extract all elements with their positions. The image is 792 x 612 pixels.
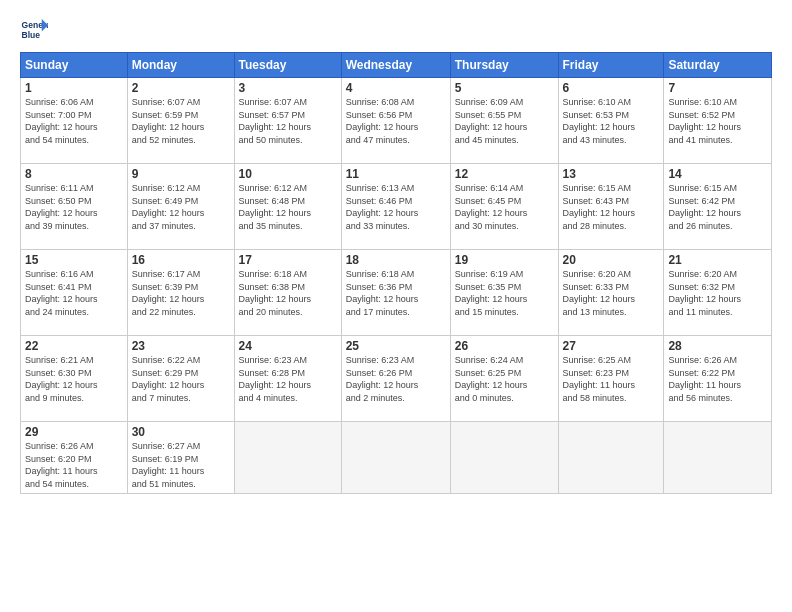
calendar-cell: 17Sunrise: 6:18 AM Sunset: 6:38 PM Dayli… bbox=[234, 250, 341, 336]
day-number: 8 bbox=[25, 167, 123, 181]
day-number: 11 bbox=[346, 167, 446, 181]
col-header-tuesday: Tuesday bbox=[234, 53, 341, 78]
day-info: Sunrise: 6:22 AM Sunset: 6:29 PM Dayligh… bbox=[132, 354, 230, 404]
day-number: 1 bbox=[25, 81, 123, 95]
calendar-cell: 26Sunrise: 6:24 AM Sunset: 6:25 PM Dayli… bbox=[450, 336, 558, 422]
day-number: 21 bbox=[668, 253, 767, 267]
day-info: Sunrise: 6:16 AM Sunset: 6:41 PM Dayligh… bbox=[25, 268, 123, 318]
day-number: 15 bbox=[25, 253, 123, 267]
calendar-cell: 1Sunrise: 6:06 AM Sunset: 7:00 PM Daylig… bbox=[21, 78, 128, 164]
col-header-monday: Monday bbox=[127, 53, 234, 78]
calendar-cell: 10Sunrise: 6:12 AM Sunset: 6:48 PM Dayli… bbox=[234, 164, 341, 250]
calendar-cell: 11Sunrise: 6:13 AM Sunset: 6:46 PM Dayli… bbox=[341, 164, 450, 250]
calendar-cell: 8Sunrise: 6:11 AM Sunset: 6:50 PM Daylig… bbox=[21, 164, 128, 250]
day-info: Sunrise: 6:11 AM Sunset: 6:50 PM Dayligh… bbox=[25, 182, 123, 232]
day-info: Sunrise: 6:18 AM Sunset: 6:38 PM Dayligh… bbox=[239, 268, 337, 318]
day-info: Sunrise: 6:24 AM Sunset: 6:25 PM Dayligh… bbox=[455, 354, 554, 404]
day-number: 18 bbox=[346, 253, 446, 267]
day-info: Sunrise: 6:15 AM Sunset: 6:42 PM Dayligh… bbox=[668, 182, 767, 232]
day-number: 23 bbox=[132, 339, 230, 353]
day-info: Sunrise: 6:26 AM Sunset: 6:20 PM Dayligh… bbox=[25, 440, 123, 490]
day-number: 26 bbox=[455, 339, 554, 353]
col-header-thursday: Thursday bbox=[450, 53, 558, 78]
day-number: 29 bbox=[25, 425, 123, 439]
calendar-cell: 4Sunrise: 6:08 AM Sunset: 6:56 PM Daylig… bbox=[341, 78, 450, 164]
calendar-cell: 9Sunrise: 6:12 AM Sunset: 6:49 PM Daylig… bbox=[127, 164, 234, 250]
calendar-cell bbox=[234, 422, 341, 494]
calendar: SundayMondayTuesdayWednesdayThursdayFrid… bbox=[20, 52, 772, 494]
header: General Blue bbox=[20, 16, 772, 44]
day-info: Sunrise: 6:23 AM Sunset: 6:26 PM Dayligh… bbox=[346, 354, 446, 404]
logo-icon: General Blue bbox=[20, 16, 48, 44]
day-number: 22 bbox=[25, 339, 123, 353]
calendar-cell: 28Sunrise: 6:26 AM Sunset: 6:22 PM Dayli… bbox=[664, 336, 772, 422]
day-number: 24 bbox=[239, 339, 337, 353]
page: General Blue SundayMondayTuesdayWednesda… bbox=[0, 0, 792, 612]
calendar-header-row: SundayMondayTuesdayWednesdayThursdayFrid… bbox=[21, 53, 772, 78]
calendar-cell: 23Sunrise: 6:22 AM Sunset: 6:29 PM Dayli… bbox=[127, 336, 234, 422]
day-number: 9 bbox=[132, 167, 230, 181]
calendar-cell: 2Sunrise: 6:07 AM Sunset: 6:59 PM Daylig… bbox=[127, 78, 234, 164]
day-number: 6 bbox=[563, 81, 660, 95]
calendar-cell: 3Sunrise: 6:07 AM Sunset: 6:57 PM Daylig… bbox=[234, 78, 341, 164]
day-info: Sunrise: 6:12 AM Sunset: 6:48 PM Dayligh… bbox=[239, 182, 337, 232]
day-number: 20 bbox=[563, 253, 660, 267]
calendar-week-1: 8Sunrise: 6:11 AM Sunset: 6:50 PM Daylig… bbox=[21, 164, 772, 250]
day-number: 13 bbox=[563, 167, 660, 181]
calendar-cell: 12Sunrise: 6:14 AM Sunset: 6:45 PM Dayli… bbox=[450, 164, 558, 250]
day-number: 25 bbox=[346, 339, 446, 353]
day-number: 3 bbox=[239, 81, 337, 95]
day-number: 30 bbox=[132, 425, 230, 439]
col-header-sunday: Sunday bbox=[21, 53, 128, 78]
day-info: Sunrise: 6:21 AM Sunset: 6:30 PM Dayligh… bbox=[25, 354, 123, 404]
day-number: 19 bbox=[455, 253, 554, 267]
calendar-cell: 14Sunrise: 6:15 AM Sunset: 6:42 PM Dayli… bbox=[664, 164, 772, 250]
day-info: Sunrise: 6:06 AM Sunset: 7:00 PM Dayligh… bbox=[25, 96, 123, 146]
day-info: Sunrise: 6:13 AM Sunset: 6:46 PM Dayligh… bbox=[346, 182, 446, 232]
day-number: 7 bbox=[668, 81, 767, 95]
day-info: Sunrise: 6:07 AM Sunset: 6:59 PM Dayligh… bbox=[132, 96, 230, 146]
day-info: Sunrise: 6:09 AM Sunset: 6:55 PM Dayligh… bbox=[455, 96, 554, 146]
calendar-cell: 5Sunrise: 6:09 AM Sunset: 6:55 PM Daylig… bbox=[450, 78, 558, 164]
day-info: Sunrise: 6:27 AM Sunset: 6:19 PM Dayligh… bbox=[132, 440, 230, 490]
calendar-cell bbox=[341, 422, 450, 494]
calendar-cell: 18Sunrise: 6:18 AM Sunset: 6:36 PM Dayli… bbox=[341, 250, 450, 336]
calendar-week-0: 1Sunrise: 6:06 AM Sunset: 7:00 PM Daylig… bbox=[21, 78, 772, 164]
calendar-cell: 6Sunrise: 6:10 AM Sunset: 6:53 PM Daylig… bbox=[558, 78, 664, 164]
day-number: 16 bbox=[132, 253, 230, 267]
calendar-cell: 19Sunrise: 6:19 AM Sunset: 6:35 PM Dayli… bbox=[450, 250, 558, 336]
svg-text:Blue: Blue bbox=[22, 30, 41, 40]
day-info: Sunrise: 6:20 AM Sunset: 6:33 PM Dayligh… bbox=[563, 268, 660, 318]
calendar-cell bbox=[558, 422, 664, 494]
calendar-week-3: 22Sunrise: 6:21 AM Sunset: 6:30 PM Dayli… bbox=[21, 336, 772, 422]
day-info: Sunrise: 6:17 AM Sunset: 6:39 PM Dayligh… bbox=[132, 268, 230, 318]
calendar-cell: 21Sunrise: 6:20 AM Sunset: 6:32 PM Dayli… bbox=[664, 250, 772, 336]
calendar-cell: 16Sunrise: 6:17 AM Sunset: 6:39 PM Dayli… bbox=[127, 250, 234, 336]
day-info: Sunrise: 6:10 AM Sunset: 6:53 PM Dayligh… bbox=[563, 96, 660, 146]
day-info: Sunrise: 6:14 AM Sunset: 6:45 PM Dayligh… bbox=[455, 182, 554, 232]
day-number: 2 bbox=[132, 81, 230, 95]
day-number: 5 bbox=[455, 81, 554, 95]
col-header-wednesday: Wednesday bbox=[341, 53, 450, 78]
calendar-cell: 24Sunrise: 6:23 AM Sunset: 6:28 PM Dayli… bbox=[234, 336, 341, 422]
day-number: 28 bbox=[668, 339, 767, 353]
day-number: 10 bbox=[239, 167, 337, 181]
day-info: Sunrise: 6:23 AM Sunset: 6:28 PM Dayligh… bbox=[239, 354, 337, 404]
day-info: Sunrise: 6:07 AM Sunset: 6:57 PM Dayligh… bbox=[239, 96, 337, 146]
day-info: Sunrise: 6:12 AM Sunset: 6:49 PM Dayligh… bbox=[132, 182, 230, 232]
day-info: Sunrise: 6:10 AM Sunset: 6:52 PM Dayligh… bbox=[668, 96, 767, 146]
calendar-cell: 15Sunrise: 6:16 AM Sunset: 6:41 PM Dayli… bbox=[21, 250, 128, 336]
day-number: 27 bbox=[563, 339, 660, 353]
calendar-cell: 13Sunrise: 6:15 AM Sunset: 6:43 PM Dayli… bbox=[558, 164, 664, 250]
calendar-cell: 27Sunrise: 6:25 AM Sunset: 6:23 PM Dayli… bbox=[558, 336, 664, 422]
day-number: 4 bbox=[346, 81, 446, 95]
calendar-cell: 25Sunrise: 6:23 AM Sunset: 6:26 PM Dayli… bbox=[341, 336, 450, 422]
day-info: Sunrise: 6:15 AM Sunset: 6:43 PM Dayligh… bbox=[563, 182, 660, 232]
calendar-cell bbox=[664, 422, 772, 494]
calendar-cell: 20Sunrise: 6:20 AM Sunset: 6:33 PM Dayli… bbox=[558, 250, 664, 336]
day-info: Sunrise: 6:08 AM Sunset: 6:56 PM Dayligh… bbox=[346, 96, 446, 146]
day-info: Sunrise: 6:20 AM Sunset: 6:32 PM Dayligh… bbox=[668, 268, 767, 318]
calendar-cell: 30Sunrise: 6:27 AM Sunset: 6:19 PM Dayli… bbox=[127, 422, 234, 494]
day-info: Sunrise: 6:26 AM Sunset: 6:22 PM Dayligh… bbox=[668, 354, 767, 404]
col-header-saturday: Saturday bbox=[664, 53, 772, 78]
